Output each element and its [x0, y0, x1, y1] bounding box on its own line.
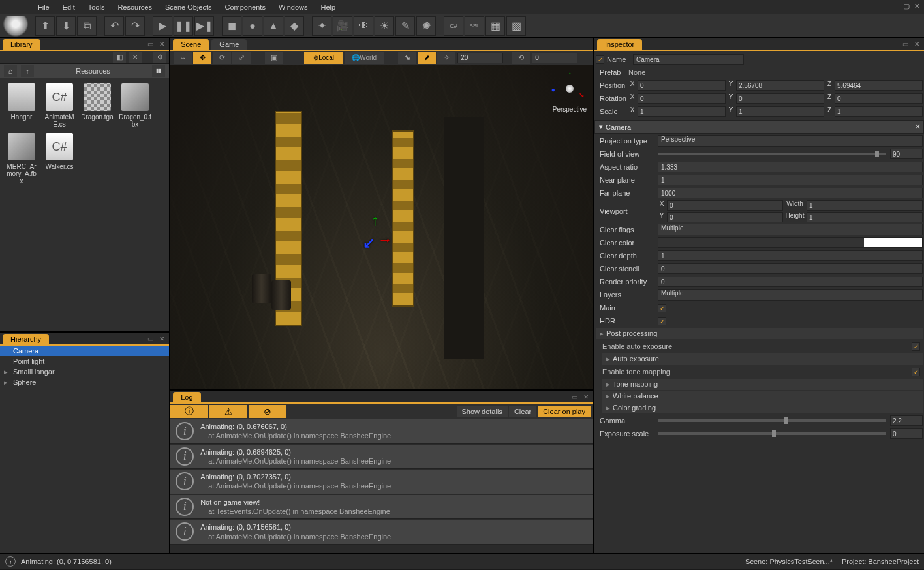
far-field[interactable]	[658, 188, 923, 198]
panel-close-icon[interactable]: ✕	[157, 39, 166, 48]
main-checkbox[interactable]: ✓	[658, 304, 666, 312]
log-warn-filter[interactable]: ⚠	[209, 405, 247, 418]
step-button[interactable]: ▶❚	[194, 16, 214, 36]
up-button[interactable]: ↑	[21, 65, 34, 77]
csharp-script-button[interactable]: C#	[444, 16, 463, 36]
pos-z-field[interactable]	[835, 80, 923, 91]
auto-exposure-checkbox[interactable]: ✓	[912, 342, 920, 351]
visibility-button[interactable]: 👁	[354, 16, 373, 36]
viewport-3d[interactable]: ↑ → ↙	[170, 65, 593, 389]
colorgrade-foldout[interactable]: Color grading	[602, 402, 923, 413]
menu-components[interactable]: Components	[219, 1, 272, 13]
hierarchy-tree[interactable]: CameraPoint light▸SmallHangar▸Sphere	[0, 346, 169, 553]
expander-icon[interactable]: ▸	[4, 378, 8, 387]
menu-tools[interactable]: Tools	[82, 1, 112, 13]
remove-component-icon[interactable]: ✕	[915, 123, 921, 131]
log-info-filter[interactable]: ⓘ	[170, 405, 208, 418]
tab-inspector[interactable]: Inspector	[597, 39, 642, 50]
cleardepth-field[interactable]	[658, 250, 923, 261]
clearcolor-swatch[interactable]	[658, 237, 923, 248]
panel-dock-icon[interactable]: ▭	[901, 39, 910, 48]
hdr-checkbox[interactable]: ✓	[658, 317, 666, 325]
postproc-foldout[interactable]: Post processing	[596, 328, 923, 339]
library-close-button[interactable]: ✕	[129, 52, 142, 63]
library-grid[interactable]: HangarC#AnimateME.csDragon.tgaDragon_0.f…	[0, 78, 169, 331]
play-button[interactable]: ▶	[153, 16, 172, 36]
create-quad-button[interactable]: ◆	[285, 16, 304, 36]
scene-viewport[interactable]: ↑ → ↙ ↑ ● ↘ Perspective	[170, 65, 593, 389]
exposure-field[interactable]	[890, 428, 923, 439]
rot-z-field[interactable]	[835, 93, 923, 104]
viewport-orientation-gizmo[interactable]: ↑ ● ↘ Perspective	[553, 72, 587, 113]
renderprio-field[interactable]	[658, 277, 923, 287]
pos-y-field[interactable]	[736, 80, 824, 91]
rotate-snap-field[interactable]	[532, 53, 578, 63]
tool-move-button[interactable]: ✥	[193, 52, 211, 64]
lighting-button[interactable]: ✺	[416, 16, 436, 36]
tab-log[interactable]: Log	[173, 392, 200, 402]
snap-rotate-toggle[interactable]: ⟲	[512, 52, 530, 64]
menu-scene-objects[interactable]: Scene Objects	[159, 1, 219, 13]
snap-move-toggle[interactable]: ⬊	[398, 52, 416, 64]
camera-section-header[interactable]: ▾Camera ✕	[594, 120, 924, 134]
clear-on-play-button[interactable]: Clear on play	[538, 406, 591, 417]
tree-item[interactable]: ▸Sphere	[0, 377, 169, 387]
pause-button[interactable]: ❚❚	[174, 16, 193, 36]
projection-select[interactable]: Perspective	[658, 135, 923, 147]
asset-item[interactable]: Dragon_0.fbx	[119, 83, 151, 128]
save-button[interactable]: ⬆	[35, 16, 55, 36]
fov-field[interactable]	[890, 149, 923, 159]
library-collapse-button[interactable]: ◧	[113, 52, 126, 63]
rot-y-field[interactable]	[736, 93, 824, 104]
bsl-script-button[interactable]: BSL	[465, 16, 484, 36]
tool-scale-button[interactable]: ⤢	[232, 52, 251, 64]
pivot-local-button[interactable]: ⊕Local	[304, 52, 343, 64]
active-checkbox[interactable]: ✓	[596, 55, 604, 64]
tab-library[interactable]: Library	[3, 39, 40, 50]
expander-icon[interactable]: ▸	[4, 368, 8, 376]
scale-z-field[interactable]	[835, 106, 923, 117]
pivot-world-button[interactable]: 🌐World	[345, 52, 384, 64]
menu-windows[interactable]: Windows	[272, 1, 315, 13]
tool-rotate-button[interactable]: ⟳	[213, 52, 231, 64]
move-snap-field[interactable]	[457, 53, 503, 63]
tree-item[interactable]: Point light	[0, 356, 169, 367]
log-entry[interactable]: iAnimating: (0, 0.7027357, 0)at AnimateM…	[170, 470, 593, 494]
aspect-field[interactable]	[658, 162, 923, 172]
auto-exposure-foldout[interactable]: Auto exposure	[602, 353, 923, 365]
tonemap-checkbox[interactable]: ✓	[912, 368, 920, 376]
log-entry[interactable]: iAnimating: (0, 0.7156581, 0)at AnimateM…	[170, 520, 593, 545]
gizmo-z-axis-icon[interactable]: ↙	[363, 235, 375, 252]
home-button[interactable]: ⌂	[4, 65, 17, 77]
log-entry[interactable]: iAnimating: (0, 0.676067, 0)at AnimateMe…	[170, 419, 593, 444]
vp-y-field[interactable]	[667, 212, 783, 222]
vp-h-field[interactable]	[807, 212, 923, 222]
create-empty-button[interactable]: ✦	[312, 16, 331, 36]
asset-item[interactable]: C#Walker.cs	[43, 133, 76, 185]
show-details-button[interactable]: Show details	[457, 406, 508, 417]
tree-item[interactable]: ▸SmallHangar	[0, 367, 169, 377]
snap-move-active[interactable]: ⬈	[418, 52, 436, 64]
window-maximize-icon[interactable]: ▢	[902, 1, 911, 10]
tab-hierarchy[interactable]: Hierarchy	[3, 334, 49, 344]
scale-y-field[interactable]	[736, 106, 824, 117]
layers-select[interactable]: Multiple	[658, 289, 923, 301]
pos-x-field[interactable]	[638, 80, 726, 91]
panel-close-icon[interactable]: ✕	[581, 392, 591, 401]
texture-button[interactable]: ▩	[506, 16, 526, 36]
create-cone-button[interactable]: ▲	[264, 16, 283, 36]
create-light-button[interactable]: ☀	[375, 16, 394, 36]
menu-resources[interactable]: Resources	[111, 1, 159, 13]
whitebalance-foldout[interactable]: White balance	[602, 391, 923, 402]
gizmo-x-axis-icon[interactable]: →	[378, 232, 392, 248]
near-field[interactable]	[658, 175, 923, 185]
menu-help[interactable]: Help	[315, 1, 343, 13]
open-button[interactable]: ⬇	[56, 16, 76, 36]
panel-dock-icon[interactable]: ▭	[146, 334, 155, 343]
clearstencil-field[interactable]	[658, 263, 923, 274]
vp-x-field[interactable]	[667, 200, 783, 211]
tonemap-foldout[interactable]: Tone mapping	[602, 379, 923, 390]
window-close-icon[interactable]: ✕	[912, 1, 921, 10]
gamma-field[interactable]	[890, 415, 923, 426]
name-field[interactable]	[633, 54, 744, 65]
